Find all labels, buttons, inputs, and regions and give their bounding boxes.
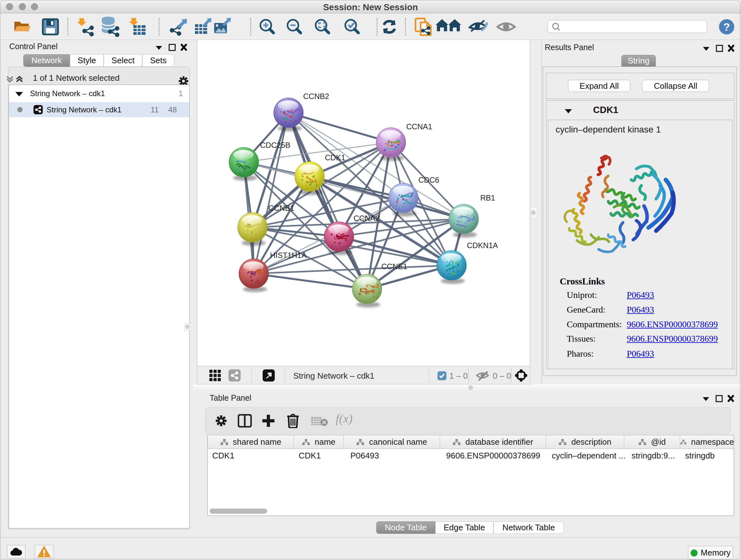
svg-text:CCNB2: CCNB2 [303, 92, 329, 101]
svg-text:CCNA2: CCNA2 [354, 214, 380, 223]
svg-text:RB1: RB1 [480, 193, 495, 202]
svg-text:?: ? [724, 21, 730, 33]
svg-text:CCNA1: CCNA1 [406, 122, 432, 131]
svg-text:CCNB1: CCNB1 [268, 204, 294, 212]
svg-text:CCNE1: CCNE1 [381, 262, 407, 271]
svg-text:CDC6: CDC6 [418, 176, 439, 184]
svg-text:CDC25B: CDC25B [260, 141, 290, 149]
svg-text:CDK1: CDK1 [325, 153, 345, 162]
svg-text:CDKN1A: CDKN1A [467, 241, 498, 250]
svg-text:HIST1H1A: HIST1H1A [270, 251, 307, 260]
